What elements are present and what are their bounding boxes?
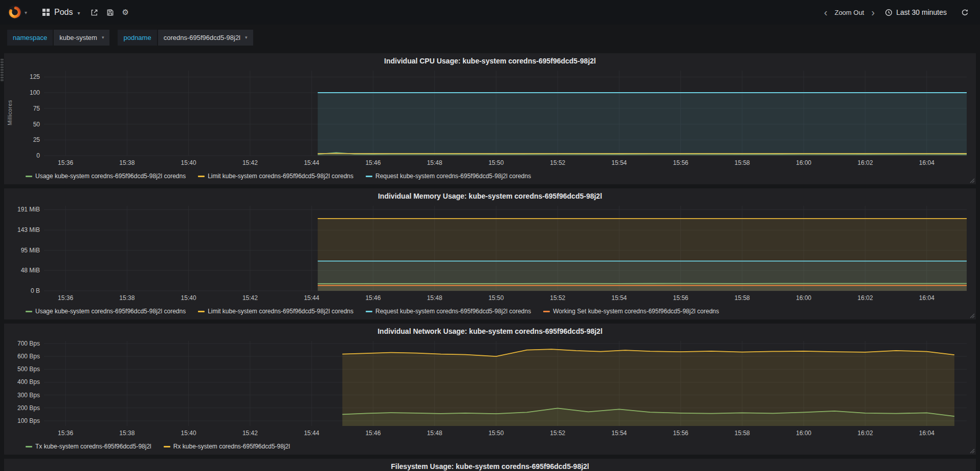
- panel-resize-handle[interactable]: [969, 312, 975, 318]
- x-tick-label: 16:04: [919, 294, 934, 302]
- x-tick-label: 15:54: [611, 430, 627, 437]
- y-tick-label: 125: [30, 73, 40, 80]
- x-tick-label: 15:36: [58, 430, 73, 437]
- panel-title[interactable]: Individual Network Usage: kube-system co…: [8, 326, 972, 338]
- series-color-dash: [366, 311, 372, 312]
- x-tick-label: 16:00: [796, 159, 811, 166]
- x-tick-label: 15:56: [673, 294, 688, 302]
- x-tick-label: 15:44: [304, 294, 319, 302]
- variables-bar: namespace kube-system ▾ podname coredns-…: [0, 25, 980, 50]
- series-color-dash: [26, 446, 32, 447]
- legend-label: Rx kube-system coredns-695f96dcd5-98j2l: [173, 443, 290, 450]
- y-tick-label: 200 Bps: [17, 404, 40, 412]
- org-menu-button[interactable]: ▾: [7, 5, 27, 20]
- chart-area: 15:3615:3815:4015:4215:4415:4615:4815:50…: [8, 203, 972, 305]
- x-tick-label: 15:46: [365, 159, 381, 166]
- x-tick-label: 15:58: [734, 159, 750, 166]
- x-tick-label: 15:56: [673, 159, 688, 166]
- panel-resize-handle[interactable]: [969, 177, 975, 183]
- x-tick-label: 16:02: [858, 294, 873, 302]
- navbar-left: ▾ Pods ▾ ⚙: [7, 5, 133, 20]
- y-axis-label: Millicores: [7, 70, 13, 156]
- x-tick-label: 15:52: [550, 159, 565, 166]
- x-tick-label: 15:46: [365, 430, 381, 437]
- panel-filesystem-usage: Filesystem Usage: kube-system coredns-69…: [4, 459, 976, 471]
- legend-item[interactable]: Tx kube-system coredns-695f96dcd5-98j2l: [26, 443, 151, 450]
- settings-button[interactable]: ⚙: [118, 5, 133, 20]
- x-tick-label: 16:02: [858, 159, 873, 166]
- panel-title[interactable]: Individual CPU Usage: kube-system coredn…: [8, 55, 972, 68]
- chart-area: Millicores 15:3615:3815:4015:4215:4415:4…: [8, 68, 972, 170]
- refresh-button[interactable]: [957, 6, 973, 19]
- legend-item[interactable]: Working Set kube-system coredns-695f96dc…: [543, 308, 719, 315]
- legend-item[interactable]: Usage kube-system coredns-695f96dcd5-98j…: [26, 173, 186, 180]
- panel-title[interactable]: Individual Memory Usage: kube-system cor…: [8, 190, 972, 203]
- x-tick-label: 15:50: [488, 430, 504, 437]
- x-tick-label: 15:54: [611, 159, 627, 166]
- legend-item[interactable]: Limit kube-system coredns-695f96dcd5-98j…: [198, 308, 353, 315]
- navbar-right: ‹ Zoom Out › Last 30 minutes: [821, 6, 973, 19]
- x-tick-label: 15:36: [58, 294, 73, 302]
- dashboard-grid-icon: [42, 9, 50, 16]
- panel-title[interactable]: Filesystem Usage: kube-system coredns-69…: [8, 461, 972, 471]
- legend: Usage kube-system coredns-695f96dcd5-98j…: [8, 170, 972, 182]
- chart-area: 15:3615:3815:4015:4215:4415:4615:4815:50…: [8, 338, 972, 440]
- legend-label: Request kube-system coredns-695f96dcd5-9…: [375, 173, 531, 180]
- x-tick-label: 15:50: [488, 159, 504, 166]
- time-shift-forward-button[interactable]: ›: [868, 6, 878, 18]
- series-color-dash: [26, 176, 32, 177]
- y-tick-label: 400 Bps: [17, 378, 40, 386]
- share-button[interactable]: [86, 6, 102, 19]
- variable-value-dropdown[interactable]: coredns-695f96dcd5-98j2l ▾: [158, 30, 253, 46]
- row-drag-handle[interactable]: [1, 58, 4, 82]
- x-tick-label: 15:46: [365, 294, 381, 302]
- legend-item[interactable]: Limit kube-system coredns-695f96dcd5-98j…: [198, 173, 353, 180]
- y-tick-label: 95 MiB: [21, 247, 40, 254]
- zoom-out-button[interactable]: Zoom Out: [833, 8, 866, 17]
- dashboard-body: Individual CPU Usage: kube-system coredn…: [0, 50, 980, 471]
- legend: Tx kube-system coredns-695f96dcd5-98j2l …: [8, 440, 972, 453]
- series-color-dash: [198, 176, 205, 177]
- x-tick-label: 15:40: [181, 294, 196, 302]
- x-tick-label: 15:48: [427, 159, 442, 166]
- x-tick-label: 15:52: [550, 294, 565, 302]
- variable-namespace: namespace kube-system ▾: [7, 30, 109, 46]
- legend-item[interactable]: Rx kube-system coredns-695f96dcd5-98j2l: [164, 443, 290, 450]
- x-tick-label: 15:56: [673, 430, 688, 437]
- dashboard-picker[interactable]: Pods ▾: [36, 8, 86, 17]
- variable-value-dropdown[interactable]: kube-system ▾: [54, 30, 109, 46]
- x-tick-label: 15:52: [550, 430, 565, 437]
- time-shift-back-button[interactable]: ‹: [821, 6, 831, 18]
- series-color-dash: [26, 311, 32, 312]
- legend-item[interactable]: Usage kube-system coredns-695f96dcd5-98j…: [26, 308, 186, 315]
- series-color-dash: [198, 311, 205, 312]
- y-tick-label: 600 Bps: [17, 353, 40, 360]
- x-tick-label: 15:38: [119, 430, 135, 437]
- time-range-picker[interactable]: Last 30 minutes: [880, 6, 952, 18]
- chevron-left-icon: ‹: [824, 7, 828, 18]
- caret-down-icon: ▾: [102, 35, 104, 40]
- x-tick-label: 16:02: [858, 430, 873, 437]
- x-tick-label: 15:42: [242, 294, 258, 302]
- legend-item[interactable]: Request kube-system coredns-695f96dcd5-9…: [366, 173, 531, 180]
- panel-resize-handle[interactable]: [969, 447, 975, 454]
- caret-down-icon: ▾: [25, 10, 27, 15]
- y-tick-label: 300 Bps: [17, 392, 40, 399]
- x-tick-label: 15:38: [119, 294, 135, 302]
- gear-icon: ⚙: [122, 8, 129, 17]
- refresh-icon: [961, 9, 969, 16]
- legend-label: Working Set kube-system coredns-695f96dc…: [553, 308, 719, 315]
- memory-usage-chart[interactable]: 15:3615:3815:4015:4215:4415:4615:4815:50…: [8, 203, 972, 305]
- x-tick-label: 15:48: [427, 430, 442, 437]
- cpu-usage-chart[interactable]: 15:3615:3815:4015:4215:4415:4615:4815:50…: [8, 68, 972, 170]
- y-tick-label: 25: [33, 136, 40, 143]
- x-tick-label: 15:38: [119, 159, 135, 166]
- save-button[interactable]: [102, 6, 118, 19]
- series-color-dash: [164, 446, 170, 447]
- x-tick-label: 15:40: [181, 430, 196, 437]
- network-usage-chart[interactable]: 15:3615:3815:4015:4215:4415:4615:4815:50…: [8, 338, 972, 440]
- x-tick-label: 15:58: [734, 294, 750, 302]
- x-tick-label: 16:04: [919, 159, 934, 166]
- series-color-dash: [543, 311, 550, 312]
- legend-item[interactable]: Request kube-system coredns-695f96dcd5-9…: [366, 308, 531, 315]
